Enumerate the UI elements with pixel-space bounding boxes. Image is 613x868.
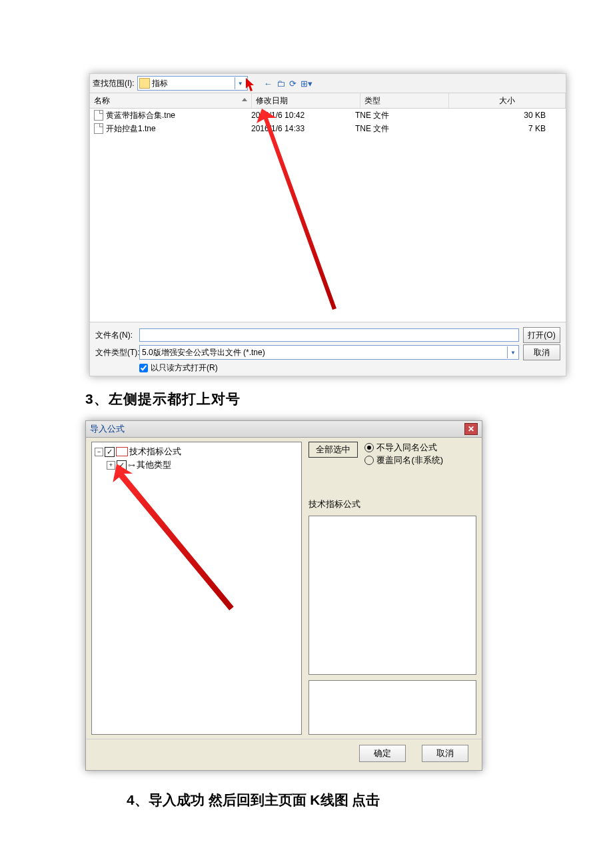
up-icon[interactable]: 🗀	[277, 79, 285, 89]
select-all-button[interactable]: 全部选中	[308, 442, 358, 458]
open-button[interactable]: 打开(O)	[523, 327, 560, 343]
ok-button[interactable]: 确定	[359, 745, 406, 762]
views-icon[interactable]: ⊞▾	[301, 79, 312, 89]
radio-icon	[364, 456, 374, 465]
col-type[interactable]: 类型	[360, 93, 449, 108]
close-button[interactable]: ✕	[464, 423, 478, 435]
tree-checkbox[interactable]	[105, 447, 115, 457]
col-size[interactable]: 大小	[449, 93, 566, 108]
folder-icon	[139, 78, 150, 89]
file-icon	[94, 123, 103, 134]
group-label: 技术指标公式	[308, 498, 476, 510]
file-row[interactable]: 开始控盘1.tne 2016/1/6 14:33 TNE 文件 7 KB	[90, 122, 566, 135]
lookin-combo[interactable]: 指标 ▼	[137, 76, 248, 91]
import-footer: 确定 取消	[86, 739, 482, 770]
toolbar-icons: ← 🗀 ⟳ ⊞▾	[264, 79, 312, 89]
tree-label: 其他类型	[137, 459, 171, 471]
filetype-select[interactable]: 5.0版增强安全公式导出文件 (*.tne) ▼	[139, 345, 519, 360]
file-icon	[94, 110, 103, 121]
import-side-panel: 全部选中 不导入同名公式 覆盖同名(非系统) 技术指标公式	[308, 442, 476, 735]
step4-caption: 4、导入成功 然后回到主页面 K线图 点击	[127, 791, 613, 809]
lookin-row: 查找范围(I): 指标 ▼ ← 🗀 ⟳ ⊞▾	[90, 74, 566, 93]
lookin-value: 指标	[152, 78, 233, 89]
params-box	[308, 680, 476, 735]
import-title: 导入公式	[90, 423, 125, 435]
readonly-checkbox[interactable]	[139, 364, 148, 372]
readonly-label: 以只读方式打开(R)	[151, 362, 218, 374]
chevron-down-icon[interactable]: ▼	[235, 77, 246, 89]
filetype-label: 文件类型(T):	[95, 347, 135, 358]
tree-label: 技术指标公式	[129, 446, 181, 458]
col-name[interactable]: 名称	[90, 93, 252, 108]
col-date[interactable]: 修改日期	[252, 93, 360, 108]
back-icon[interactable]: ←	[264, 79, 273, 89]
import-formula-dialog: 导入公式 ✕ − 技术指标公式 + ⊶ 其他类型	[85, 420, 482, 771]
file-list[interactable]: 黄蓝带指标合集.tne 2016/1/6 10:42 TNE 文件 30 KB …	[90, 109, 566, 322]
step3-caption: 3、左侧提示都打上对号	[85, 390, 613, 408]
tree-collapse-icon[interactable]: −	[95, 448, 103, 456]
file-list-header: 名称 修改日期 类型 大小	[90, 93, 566, 109]
tree-row-root[interactable]: − 技术指标公式	[95, 445, 299, 458]
radio-overwrite[interactable]: 覆盖同名(非系统)	[364, 454, 443, 466]
cancel-button[interactable]: 取消	[422, 745, 468, 762]
chevron-down-icon[interactable]: ▼	[507, 346, 518, 358]
import-titlebar: 导入公式 ✕	[86, 421, 482, 438]
tree-expand-icon[interactable]: +	[107, 461, 115, 470]
tree-row-child[interactable]: + ⊶ 其他类型	[95, 458, 299, 472]
link-icon: ⊶	[128, 461, 135, 470]
folder-icon	[116, 447, 128, 456]
filename-label: 文件名(N):	[95, 330, 135, 341]
description-box	[308, 516, 476, 675]
file-open-dialog: 查找范围(I): 指标 ▼ ← 🗀 ⟳ ⊞▾ 名称 修改日期 类型 大小 黄蓝带…	[89, 73, 566, 376]
bottom-fields: 文件名(N): 打开(O) 文件类型(T): 5.0版增强安全公式导出文件 (*…	[90, 322, 566, 376]
filename-input[interactable]	[139, 328, 519, 342]
cancel-button[interactable]: 取消	[523, 344, 560, 360]
radio-no-overwrite[interactable]: 不导入同名公式	[364, 442, 443, 454]
newfolder-icon[interactable]: ⟳	[289, 79, 297, 89]
radio-icon	[364, 443, 374, 452]
formula-tree[interactable]: − 技术指标公式 + ⊶ 其他类型	[91, 442, 302, 735]
sort-asc-icon	[242, 98, 247, 101]
tree-checkbox[interactable]	[117, 460, 127, 470]
lookin-label: 查找范围(I):	[93, 78, 135, 89]
file-row[interactable]: 黄蓝带指标合集.tne 2016/1/6 10:42 TNE 文件 30 KB	[90, 109, 566, 122]
